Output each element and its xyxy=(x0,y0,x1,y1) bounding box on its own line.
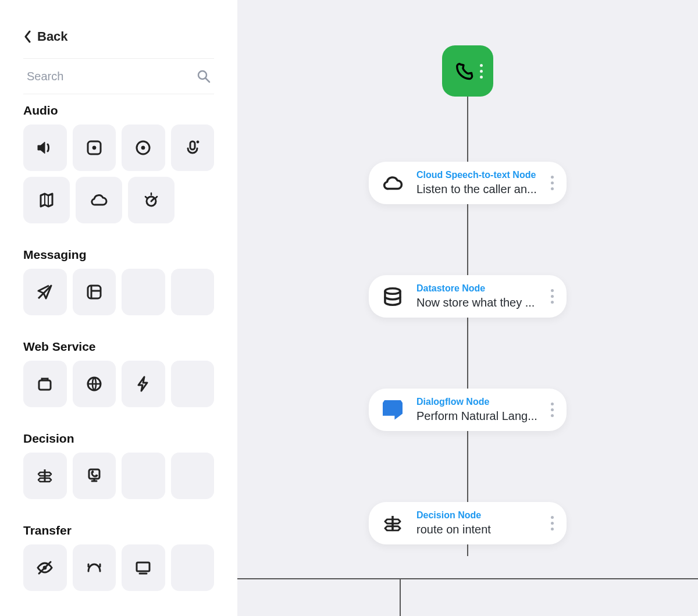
search-icon[interactable] xyxy=(197,69,211,83)
chevron-left-icon xyxy=(23,30,31,43)
bolt-icon xyxy=(134,375,152,393)
tile-screen[interactable] xyxy=(122,544,165,591)
tile-route[interactable] xyxy=(23,453,67,499)
group-title-decision: Decision xyxy=(23,432,214,446)
flow-node-dialogflow[interactable]: Dialogflow Node Perform Natural Lang... xyxy=(369,389,567,431)
tile-processing[interactable] xyxy=(128,177,174,223)
tile-send[interactable] xyxy=(23,269,67,315)
mic-icon xyxy=(183,138,202,157)
tile-blank[interactable] xyxy=(122,269,165,315)
tile-blank[interactable] xyxy=(171,269,215,315)
route-icon xyxy=(35,467,54,485)
tile-audio-settings[interactable] xyxy=(73,124,116,171)
back-label: Back xyxy=(37,29,68,44)
node-description: Perform Natural Lang... xyxy=(416,410,538,423)
node-title: Decision Node xyxy=(416,510,538,521)
node-description: Now store what they ... xyxy=(416,296,538,309)
route-icon xyxy=(379,512,406,535)
tile-blank[interactable] xyxy=(171,361,215,407)
map-icon xyxy=(37,191,56,209)
search-row xyxy=(23,58,214,94)
start-call-node[interactable] xyxy=(442,45,493,97)
connector-branch-line xyxy=(237,578,698,579)
node-description: route on intent xyxy=(416,523,538,536)
node-menu-button[interactable] xyxy=(549,287,556,306)
group-title-audio: Audio xyxy=(23,104,214,117)
search-input[interactable] xyxy=(27,70,197,83)
tile-cloud[interactable] xyxy=(76,177,122,223)
node-menu-button[interactable] xyxy=(549,400,556,419)
send-icon xyxy=(35,283,54,301)
processing-icon xyxy=(142,191,161,209)
flow-node-datastore[interactable]: Datastore Node Now store what they ... xyxy=(369,275,567,318)
tile-blank[interactable] xyxy=(122,453,165,499)
bridge-icon xyxy=(85,558,104,577)
flow-canvas[interactable]: Cloud Speech-to-text Node Listen to the … xyxy=(237,0,698,616)
tile-ivr[interactable] xyxy=(73,453,116,499)
database-icon xyxy=(379,286,406,308)
group-title-transfer: Transfer xyxy=(23,524,214,537)
audio-settings-icon xyxy=(85,138,104,157)
tile-speaker[interactable] xyxy=(23,124,67,171)
phone-icon xyxy=(453,60,474,81)
tile-hidden[interactable] xyxy=(23,544,67,591)
node-description: Listen to the caller an... xyxy=(416,183,538,196)
node-title: Datastore Node xyxy=(416,283,538,294)
tile-disc[interactable] xyxy=(122,124,165,171)
chat-icon xyxy=(85,283,104,301)
node-palette-sidebar: Back Audio Messaging Web Service xyxy=(0,0,237,616)
cloud-icon xyxy=(379,172,406,194)
flow-node-decision[interactable]: Decision Node route on intent xyxy=(369,502,567,544)
tile-map[interactable] xyxy=(23,177,70,223)
tile-mic[interactable] xyxy=(171,124,215,171)
package-icon xyxy=(35,375,54,393)
node-title: Dialogflow Node xyxy=(416,397,538,407)
tile-chat[interactable] xyxy=(73,269,116,315)
globe-icon xyxy=(85,375,104,393)
hidden-icon xyxy=(35,558,54,577)
dialogflow-icon xyxy=(379,400,406,420)
group-title-messaging: Messaging xyxy=(23,248,214,262)
disc-icon xyxy=(134,138,152,157)
speaker-icon xyxy=(35,138,54,157)
tile-blank[interactable] xyxy=(171,544,215,591)
tile-bolt[interactable] xyxy=(122,361,165,407)
tile-package[interactable] xyxy=(23,361,67,407)
start-node-menu[interactable] xyxy=(480,64,483,79)
node-menu-button[interactable] xyxy=(549,514,556,533)
back-button[interactable]: Back xyxy=(23,29,214,44)
flow-node-speech-to-text[interactable]: Cloud Speech-to-text Node Listen to the … xyxy=(369,162,567,204)
screen-icon xyxy=(134,558,152,577)
cloud-icon xyxy=(90,191,108,209)
tile-bridge[interactable] xyxy=(73,544,116,591)
group-title-webservice: Web Service xyxy=(23,340,214,354)
ivr-icon xyxy=(85,467,104,485)
node-menu-button[interactable] xyxy=(549,173,556,193)
connector-branch-stub xyxy=(400,578,401,616)
tile-blank[interactable] xyxy=(171,453,215,499)
node-title: Cloud Speech-to-text Node xyxy=(416,170,538,180)
tile-globe[interactable] xyxy=(73,361,116,407)
